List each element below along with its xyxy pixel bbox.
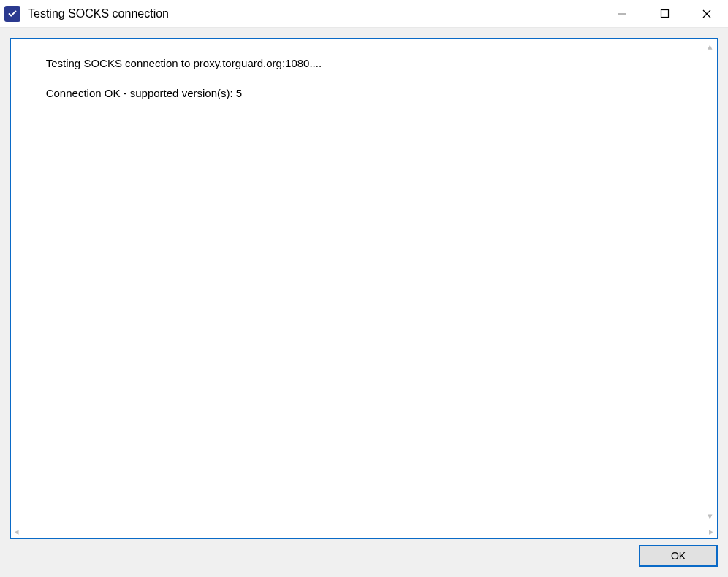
scroll-up-icon[interactable]: ▴	[708, 42, 713, 51]
window-controls	[601, 0, 728, 27]
window-title: Testing SOCKS connection	[28, 7, 601, 20]
close-icon	[702, 9, 712, 19]
log-line: Connection OK - supported version(s): 5	[46, 87, 242, 99]
app-icon	[4, 6, 20, 22]
close-button[interactable]	[686, 0, 728, 27]
log-content: Testing SOCKS connection to proxy.torgua…	[11, 39, 702, 524]
scroll-right-icon[interactable]: ▸	[709, 527, 714, 536]
horizontal-scrollbar[interactable]: ◂ ▸	[11, 524, 717, 538]
titlebar[interactable]: Testing SOCKS connection	[0, 0, 728, 28]
maximize-icon	[660, 9, 670, 18]
dialog-button-row: OK	[10, 539, 718, 567]
dialog-window: Testing SOCKS connection	[0, 0, 728, 577]
client-area: Testing SOCKS connection to proxy.torgua…	[0, 28, 728, 577]
maximize-button[interactable]	[643, 0, 686, 27]
minimize-button[interactable]	[601, 0, 643, 27]
log-line: Testing SOCKS connection to proxy.torgua…	[46, 57, 322, 69]
minimize-icon	[617, 9, 627, 19]
scroll-down-icon[interactable]: ▾	[708, 511, 713, 521]
svg-rect-1	[661, 10, 668, 18]
scroll-left-icon[interactable]: ◂	[14, 527, 19, 536]
vertical-scrollbar[interactable]: ▴ ▾	[702, 39, 717, 524]
ok-button[interactable]: OK	[639, 545, 718, 567]
log-textbox[interactable]: Testing SOCKS connection to proxy.torgua…	[10, 38, 718, 539]
text-caret	[243, 88, 243, 99]
